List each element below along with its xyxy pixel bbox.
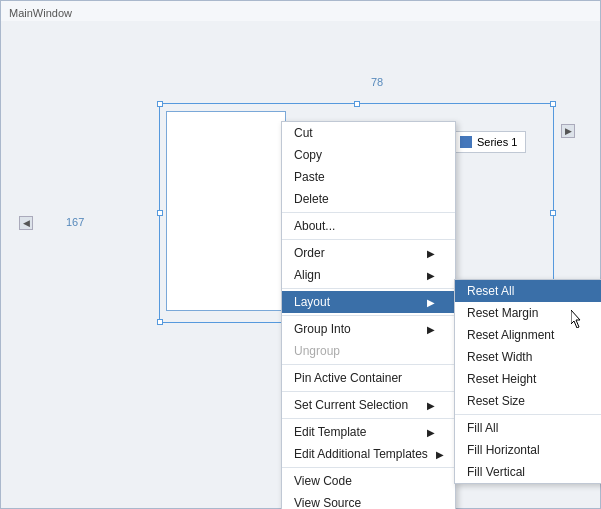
submenu-item-label: Fill All <box>467 421 498 435</box>
menu-item-label: Cut <box>294 126 313 140</box>
submenu-item-label: Reset Size <box>467 394 525 408</box>
series-legend: Series 1 <box>451 131 526 153</box>
submenu-item-label: Reset Width <box>467 350 532 364</box>
submenu-arrow-icon: ▶ <box>427 248 435 259</box>
resize-handle-tm[interactable] <box>354 101 360 107</box>
context-menu-item-layout[interactable]: Layout▶ <box>282 291 455 313</box>
submenu-item-label: Fill Horizontal <box>467 443 540 457</box>
submenu-arrow-icon: ▶ <box>427 427 435 438</box>
menu-separator <box>282 288 455 289</box>
menu-separator <box>282 391 455 392</box>
context-menu-item-group-into[interactable]: Group Into▶ <box>282 318 455 340</box>
context-menu-item-ungroup: Ungroup <box>282 340 455 362</box>
menu-item-label: Order <box>294 246 325 260</box>
context-menu-item-about...[interactable]: About... <box>282 215 455 237</box>
resize-handle-mr[interactable] <box>550 210 556 216</box>
submenu-item-label: Reset Height <box>467 372 536 386</box>
submenu-item-reset-margin[interactable]: Reset Margin <box>455 302 601 324</box>
submenu-item-reset-all[interactable]: Reset All <box>455 280 601 302</box>
submenu-separator <box>455 414 601 415</box>
context-menu-item-edit-template[interactable]: Edit Template▶ <box>282 421 455 443</box>
resize-handle-tr[interactable] <box>550 101 556 107</box>
submenu-arrow-icon: ▶ <box>427 297 435 308</box>
resize-handle-tl[interactable] <box>157 101 163 107</box>
context-menu: CutCopyPasteDeleteAbout...Order▶Align▶La… <box>281 121 456 509</box>
resize-handle-bl[interactable] <box>157 319 163 325</box>
scroll-left-icon: ◀ <box>23 218 30 228</box>
menu-item-label: Group Into <box>294 322 351 336</box>
menu-item-label: About... <box>294 219 335 233</box>
submenu-item-label: Reset Margin <box>467 306 538 320</box>
chart-container <box>166 111 286 311</box>
series-color-box <box>460 136 472 148</box>
main-window: MainWindow 78 167 1 0.5 0 0 Series 1 <box>0 0 601 509</box>
series-label: Series 1 <box>477 136 517 148</box>
submenu-item-reset-size[interactable]: Reset Size <box>455 390 601 412</box>
menu-separator <box>282 364 455 365</box>
menu-item-label: Align <box>294 268 321 282</box>
context-menu-item-paste[interactable]: Paste <box>282 166 455 188</box>
submenu-item-reset-height[interactable]: Reset Height <box>455 368 601 390</box>
submenu-item-label: Reset All <box>467 284 514 298</box>
context-menu-item-set-current-selection[interactable]: Set Current Selection▶ <box>282 394 455 416</box>
scroll-left-button[interactable]: ◀ <box>19 216 33 230</box>
window-title: MainWindow <box>9 7 72 19</box>
menu-separator <box>282 418 455 419</box>
menu-separator <box>282 212 455 213</box>
scroll-right-icon: ▶ <box>565 126 572 136</box>
context-menu-item-order[interactable]: Order▶ <box>282 242 455 264</box>
submenu-item-fill-all[interactable]: Fill All <box>455 417 601 439</box>
context-menu-item-cut[interactable]: Cut <box>282 122 455 144</box>
menu-item-label: Edit Additional Templates <box>294 447 428 461</box>
submenu-arrow-icon: ▶ <box>427 400 435 411</box>
submenu-item-fill-horizontal[interactable]: Fill Horizontal <box>455 439 601 461</box>
axis-top-label: 78 <box>371 76 383 88</box>
submenu-arrow-icon: ▶ <box>427 324 435 335</box>
menu-item-label: Copy <box>294 148 322 162</box>
menu-item-label: Layout <box>294 295 330 309</box>
menu-item-label: Ungroup <box>294 344 340 358</box>
context-menu-item-pin-active-container[interactable]: Pin Active Container <box>282 367 455 389</box>
submenu-item-reset-width[interactable]: Reset Width <box>455 346 601 368</box>
submenu-item-reset-alignment[interactable]: Reset Alignment <box>455 324 601 346</box>
menu-item-label: Set Current Selection <box>294 398 408 412</box>
submenu-arrow-icon: ▶ <box>427 270 435 281</box>
menu-separator <box>282 315 455 316</box>
context-menu-item-copy[interactable]: Copy <box>282 144 455 166</box>
context-menu-item-edit-additional-templates[interactable]: Edit Additional Templates▶ <box>282 443 455 465</box>
context-menu-item-delete[interactable]: Delete <box>282 188 455 210</box>
scroll-right-button[interactable]: ▶ <box>561 124 575 138</box>
resize-handle-ml[interactable] <box>157 210 163 216</box>
menu-item-label: View Source <box>294 496 361 509</box>
submenu-item-label: Reset Alignment <box>467 328 554 342</box>
submenu-item-label: Fill Vertical <box>467 465 525 479</box>
menu-item-label: View Code <box>294 474 352 488</box>
menu-item-label: Delete <box>294 192 329 206</box>
menu-item-label: Pin Active Container <box>294 371 402 385</box>
menu-item-label: Edit Template <box>294 425 367 439</box>
menu-item-label: Paste <box>294 170 325 184</box>
layout-submenu: Reset AllReset MarginReset AlignmentRese… <box>454 279 601 484</box>
submenu-item-fill-vertical[interactable]: Fill Vertical <box>455 461 601 483</box>
menu-separator <box>282 239 455 240</box>
submenu-arrow-icon: ▶ <box>436 449 444 460</box>
context-menu-item-align[interactable]: Align▶ <box>282 264 455 286</box>
context-menu-item-view-code[interactable]: View Code <box>282 470 455 492</box>
context-menu-item-view-source[interactable]: View Source <box>282 492 455 509</box>
axis-left-label: 167 <box>66 216 84 228</box>
menu-separator <box>282 467 455 468</box>
